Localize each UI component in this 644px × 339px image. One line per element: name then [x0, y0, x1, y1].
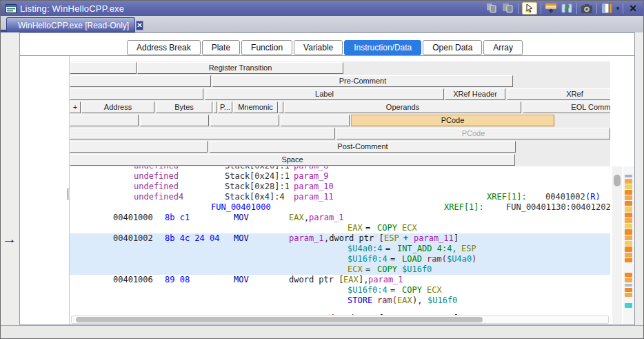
tab-address-break[interactable]: Address Break: [127, 40, 201, 55]
listing-row[interactable]: $U16f0:4=COPYECX: [70, 285, 610, 296]
overview-marker[interactable]: [625, 278, 632, 282]
overview-marker[interactable]: [625, 293, 632, 297]
listing-segment: MOV: [234, 313, 249, 315]
overview-marker-strip[interactable]: [623, 166, 634, 324]
copy-icon[interactable]: [486, 3, 499, 14]
field-button-empty[interactable]: [70, 88, 203, 100]
tab-function[interactable]: Function: [241, 40, 292, 55]
overview-marker[interactable]: [625, 241, 632, 246]
tab-plate[interactable]: Plate: [202, 40, 240, 55]
field-button-empty[interactable]: [213, 101, 217, 113]
field-button-register-transition[interactable]: Register Transition: [137, 62, 343, 74]
field-button-empty[interactable]: [70, 115, 139, 126]
dropdown-caret-icon[interactable]: ▾: [616, 5, 620, 12]
cursor-location-button[interactable]: [522, 2, 537, 14]
tab-array[interactable]: Array: [483, 40, 523, 55]
overview-marker[interactable]: [625, 284, 632, 287]
title-bar[interactable]: Listing: WinHelloCPP.exe: [1, 1, 643, 16]
field-button-address[interactable]: Address: [81, 101, 154, 113]
listing-segment: 00401008: [113, 313, 153, 315]
field-button-empty[interactable]: [70, 62, 137, 74]
listing-segment: ECX: [427, 285, 442, 296]
overview-marker[interactable]: [625, 206, 632, 212]
listing-row[interactable]: 004010028b 4c 24 04MOVparam_1,dword ptr …: [70, 233, 610, 244]
field-button-xref-header[interactable]: XRef Header: [445, 88, 505, 100]
listing-segment: MOV: [234, 275, 249, 285]
field-header-row: Register Transition: [70, 61, 610, 75]
listing-row[interactable]: EAX=COPYECX: [70, 223, 610, 233]
field-button-pre-comment[interactable]: Pre-Comment: [212, 75, 513, 87]
field-button-[interactable]: +: [70, 101, 81, 113]
listing-display-icon[interactable]: [601, 3, 613, 14]
tab-instruction-data[interactable]: Instruction/Data: [344, 40, 421, 55]
overview-marker[interactable]: [625, 184, 632, 189]
field-button-empty[interactable]: [281, 115, 350, 126]
diff-view-icon[interactable]: [561, 3, 573, 14]
listing-view[interactable]: undefinedStack[0x20]:1param_8undefinedSt…: [70, 166, 610, 315]
overview-marker[interactable]: [625, 229, 632, 235]
overview-marker[interactable]: [625, 303, 632, 308]
listing-segment: 89 4c 24 04: [165, 313, 219, 315]
listing-row[interactable]: undefinedStack[0x24]:1param_9: [70, 171, 610, 182]
overview-marker[interactable]: [625, 224, 632, 229]
listing-row[interactable]: $U4a0:4=INT_ADD 4:4,ESP: [70, 244, 610, 254]
tab-open-data[interactable]: Open Data: [423, 40, 482, 55]
toggle-header-icon[interactable]: [545, 3, 557, 14]
listing-row[interactable]: undefinedStack[0x20]:1param_8: [70, 166, 610, 171]
field-button-empty[interactable]: [70, 141, 208, 153]
overview-marker[interactable]: [625, 253, 632, 258]
listing-row[interactable]: 004010008b c1MOVEAX,param_1: [70, 213, 610, 223]
tab-variable[interactable]: Variable: [294, 40, 343, 55]
vertical-scrollbar-thumb[interactable]: [614, 175, 621, 186]
listing-row[interactable]: 0040100889 4c 24 04MOVparam_1,dword ptr …: [70, 313, 610, 315]
field-button-operands[interactable]: Operands: [284, 101, 521, 113]
field-button-empty[interactable]: [140, 115, 209, 126]
overview-marker[interactable]: [625, 201, 632, 206]
overview-marker[interactable]: [625, 273, 632, 277]
listing-row[interactable]: undefined4Stack[0x4]:4param_11XREF[1]:00…: [70, 192, 610, 202]
field-button-p[interactable]: P...: [218, 101, 232, 113]
horizontal-scrollbar[interactable]: [71, 316, 609, 324]
field-button-eol-comment[interactable]: EOL Comment: [523, 101, 610, 113]
listing-row[interactable]: 0040100689 08MOVdword ptr [EAX],param_1: [70, 275, 610, 285]
listing-segment: EAX: [397, 296, 412, 306]
overview-marker[interactable]: [625, 195, 632, 200]
field-button-empty[interactable]: [70, 75, 211, 87]
field-button-empty[interactable]: [279, 101, 283, 113]
field-header-row: Pre-Comment: [70, 75, 610, 88]
listing-segment: STORE: [348, 296, 372, 306]
overview-marker[interactable]: [625, 190, 632, 195]
listing-segment: MOV: [234, 233, 249, 244]
field-button-post-comment[interactable]: Post-Comment: [210, 141, 516, 153]
field-button-empty[interactable]: [70, 128, 335, 139]
field-button-bytes[interactable]: Bytes: [156, 101, 212, 113]
overview-marker[interactable]: [625, 235, 632, 240]
close-icon[interactable]: ✕: [627, 3, 639, 14]
overview-marker[interactable]: [625, 258, 632, 262]
overview-marker[interactable]: [625, 218, 632, 223]
listing-row[interactable]: $U16f0:4=LOADram($U4a0): [70, 254, 610, 264]
listing-row[interactable]: FUN_00401000XREF[1]:FUN_00401130:0040120…: [70, 202, 610, 213]
listing-row[interactable]: ECX=COPY$U16f0: [70, 264, 610, 275]
horizontal-scrollbar-thumb[interactable]: [76, 317, 483, 322]
overview-marker[interactable]: [625, 288, 632, 292]
overview-marker[interactable]: [625, 179, 632, 184]
listing-segment: =: [365, 223, 370, 233]
tab-close-icon[interactable]: ✕: [136, 21, 143, 30]
overview-marker[interactable]: [625, 175, 632, 177]
snapshot-icon[interactable]: [581, 3, 593, 14]
overview-marker[interactable]: [625, 246, 632, 252]
document-tab-active[interactable]: WinHelloCPP.exe [Read-Only] ✕: [6, 17, 135, 32]
field-button-empty[interactable]: [210, 115, 279, 126]
vertical-scrollbar[interactable]: [612, 166, 622, 324]
overview-marker[interactable]: [625, 213, 632, 217]
listing-row[interactable]: STOREram(EAX),$U16f0: [70, 296, 610, 306]
field-button-pcode[interactable]: PCode: [351, 115, 554, 126]
field-button-space[interactable]: Space: [70, 154, 515, 166]
field-button-xref[interactable]: XRef: [507, 88, 610, 100]
field-button-mnemonic[interactable]: Mnemonic: [233, 101, 278, 113]
field-button-pcode[interactable]: PCode: [336, 128, 610, 139]
paste-icon[interactable]: [502, 3, 514, 14]
listing-row[interactable]: undefinedStack[0x28]:1param_10: [70, 182, 610, 192]
field-button-label[interactable]: Label: [205, 88, 444, 100]
